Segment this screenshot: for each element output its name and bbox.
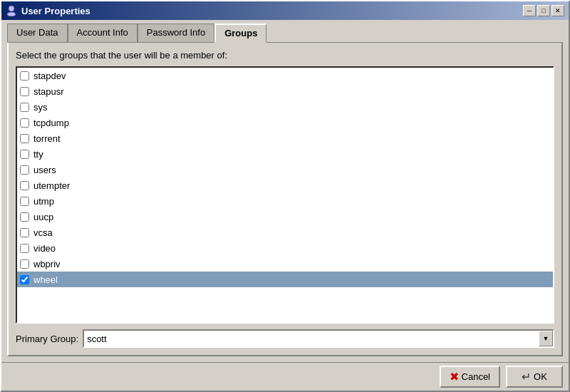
group-checkbox[interactable] <box>20 103 29 112</box>
window-title: User Properties <box>21 6 90 16</box>
group-checkbox[interactable] <box>20 212 29 222</box>
group-name: tty <box>33 149 43 160</box>
group-checkbox[interactable] <box>20 275 29 284</box>
group-name: vcsa <box>33 227 53 238</box>
group-item[interactable]: vcsa <box>17 225 553 240</box>
ok-label: OK <box>534 371 547 382</box>
primary-group-row: Primary Group: ▼ <box>16 329 554 348</box>
group-item[interactable]: wbpriv <box>17 256 553 272</box>
group-checkbox[interactable] <box>20 244 29 253</box>
group-item[interactable]: stapusr <box>17 83 553 99</box>
group-item[interactable]: uucp <box>17 209 553 225</box>
group-checkbox[interactable] <box>20 259 29 269</box>
tab-password-info[interactable]: Password Info <box>138 24 214 43</box>
group-checkbox[interactable] <box>20 228 29 237</box>
titlebar-buttons: ─ □ ✕ <box>523 5 564 16</box>
ok-icon: ↵ <box>522 370 531 383</box>
group-name: users <box>33 165 56 175</box>
close-button[interactable]: ✕ <box>551 5 564 16</box>
titlebar: User Properties ─ □ ✕ <box>1 1 569 20</box>
description-text: Select the groups that the user will be … <box>16 50 554 61</box>
cancel-icon: ✖ <box>450 370 459 383</box>
group-checkbox[interactable] <box>20 118 29 128</box>
tab-groups-content: Select the groups that the user will be … <box>7 42 563 356</box>
group-item[interactable]: users <box>17 162 553 177</box>
maximize-button[interactable]: □ <box>537 5 550 16</box>
svg-point-1 <box>7 12 16 16</box>
group-checkbox[interactable] <box>20 134 29 143</box>
group-item[interactable]: tcpdump <box>17 115 553 130</box>
group-item[interactable]: wheel <box>17 272 553 287</box>
group-name: wbpriv <box>33 259 61 269</box>
groups-list-container[interactable]: stapdevstapusrsystcpdumptorrentttyusersu… <box>16 66 554 324</box>
tab-groups[interactable]: Groups <box>214 24 266 43</box>
minimize-button[interactable]: ─ <box>523 5 536 16</box>
titlebar-left: User Properties <box>6 5 90 16</box>
tab-bar: User Data Account Info Password Info Gro… <box>7 23 563 42</box>
group-name: utempter <box>33 180 70 191</box>
group-name: utmp <box>33 196 54 207</box>
user-properties-window: User Properties ─ □ ✕ User Data Account … <box>0 0 570 392</box>
main-content: User Data Account Info Password Info Gro… <box>1 20 569 362</box>
group-name: torrent <box>33 133 61 144</box>
group-item[interactable]: video <box>17 240 553 256</box>
group-checkbox[interactable] <box>20 165 29 175</box>
group-name: wheel <box>33 274 58 285</box>
group-name: stapusr <box>33 86 64 97</box>
group-checkbox[interactable] <box>20 181 29 190</box>
group-item[interactable]: sys <box>17 99 553 115</box>
group-item[interactable]: stapdev <box>17 68 553 83</box>
groups-list: stapdevstapusrsystcpdumptorrentttyusersu… <box>17 68 553 287</box>
ok-button[interactable]: ↵ OK <box>506 366 563 388</box>
group-item[interactable]: torrent <box>17 130 553 146</box>
group-name: stapdev <box>33 71 66 81</box>
primary-group-label: Primary Group: <box>16 334 78 344</box>
bottom-bar: ✖ Cancel ↵ OK <box>1 362 569 391</box>
primary-group-input[interactable] <box>84 332 539 346</box>
group-item[interactable]: tty <box>17 146 553 162</box>
group-checkbox[interactable] <box>20 71 29 81</box>
group-item[interactable]: utempter <box>17 177 553 193</box>
svg-point-0 <box>9 6 14 11</box>
cancel-label: Cancel <box>462 371 490 382</box>
group-name: sys <box>33 102 48 113</box>
window-icon <box>6 5 17 16</box>
group-name: uucp <box>33 212 53 222</box>
group-checkbox[interactable] <box>20 150 29 159</box>
tab-user-data[interactable]: User Data <box>7 24 68 43</box>
primary-group-dropdown-button[interactable]: ▼ <box>539 331 553 346</box>
tab-account-info[interactable]: Account Info <box>68 24 138 43</box>
cancel-button[interactable]: ✖ Cancel <box>440 366 500 388</box>
primary-group-input-wrap: ▼ <box>83 329 554 348</box>
group-name: tcpdump <box>33 118 69 128</box>
group-checkbox[interactable] <box>20 197 29 206</box>
group-item[interactable]: utmp <box>17 193 553 209</box>
group-name: video <box>33 243 56 254</box>
group-checkbox[interactable] <box>20 87 29 96</box>
